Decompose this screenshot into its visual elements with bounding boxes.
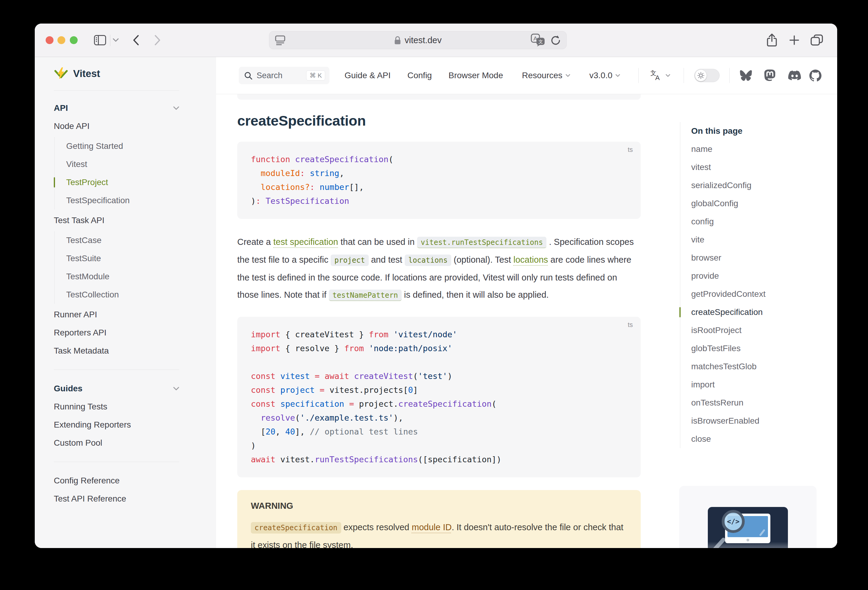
on-this-page-outline: On this page namevitestserializedConfigg… xyxy=(680,122,810,448)
sidebar-item-testproject[interactable]: TestProject xyxy=(66,173,179,191)
outline-item-globalconfig[interactable]: globalConfig xyxy=(691,194,810,213)
code-line: const project = vitest.projects[0] xyxy=(251,383,632,397)
section-label: API xyxy=(54,103,68,113)
forward-button[interactable] xyxy=(154,34,161,46)
search-button[interactable]: Search ⌘ K xyxy=(239,67,329,84)
outline-item-browser[interactable]: browser xyxy=(691,249,810,267)
sidebar: Vitest APINode APIGetting StartedVitestT… xyxy=(35,57,216,548)
sidebar-item-testcase[interactable]: TestCase xyxy=(66,231,179,249)
discord-icon[interactable] xyxy=(788,57,801,94)
share-icon[interactable] xyxy=(766,33,778,47)
inline-link[interactable]: module ID xyxy=(412,522,452,532)
back-button[interactable] xyxy=(132,34,139,46)
code-line: function createSpecification( xyxy=(251,153,632,166)
scrolled-code-block-remnant xyxy=(237,94,641,100)
nav-divider xyxy=(683,68,684,83)
inline-link[interactable]: locations xyxy=(514,255,548,265)
sidebar-item-testspecification[interactable]: TestSpecification xyxy=(66,191,179,210)
site-body: Vitest APINode APIGetting StartedVitestT… xyxy=(35,57,837,548)
outline-item-isbrowserenabled[interactable]: isBrowserEnabled xyxy=(691,412,810,430)
github-icon[interactable] xyxy=(809,57,821,94)
theme-toggle[interactable] xyxy=(694,69,720,82)
sponsor-card[interactable]: </> xyxy=(679,486,816,548)
outline-item-config[interactable]: config xyxy=(691,213,810,231)
chevron-down-icon[interactable] xyxy=(113,38,119,42)
sidebar-item-getting-started[interactable]: Getting Started xyxy=(66,137,179,155)
sidebar-item-testsuite[interactable]: TestSuite xyxy=(66,249,179,268)
sidebar-item-test-api-reference[interactable]: Test API Reference xyxy=(54,490,179,508)
outline-item-vitest[interactable]: vitest xyxy=(691,158,810,177)
sidebar-item-testmodule[interactable]: TestModule xyxy=(66,268,179,285)
sidebar-item-testcollection[interactable]: TestCollection xyxy=(66,285,179,304)
svg-text:A: A xyxy=(655,74,660,81)
translate-icon[interactable]: A文 xyxy=(531,34,545,47)
sidebar-item-test-task-api[interactable]: Test Task API xyxy=(54,211,179,230)
sidebar-item-vitest[interactable]: Vitest xyxy=(66,155,179,173)
sidebar-item-reporters-api[interactable]: Reporters API xyxy=(54,324,179,342)
outline-item-isrootproject[interactable]: isRootProject xyxy=(691,321,810,339)
minimize-window-button[interactable] xyxy=(58,36,65,44)
inline-link[interactable]: testNamePattern xyxy=(329,290,402,301)
outline-item-serializedconfig[interactable]: serializedConfig xyxy=(691,177,810,194)
outline-item-name[interactable]: name xyxy=(691,140,810,158)
address-bar[interactable]: vitest.dev A文 xyxy=(269,31,567,49)
new-tab-icon[interactable] xyxy=(788,34,800,46)
sidebar-item-runner-api[interactable]: Runner API xyxy=(54,306,179,324)
sidebar-section-guides[interactable]: Guides xyxy=(54,380,179,398)
code-glyph: </> xyxy=(727,518,740,525)
outline-title: On this page xyxy=(691,122,810,140)
sidebar-item-custom-pool[interactable]: Custom Pool xyxy=(54,434,179,452)
outline-item-matchestestglob[interactable]: matchesTestGlob xyxy=(691,358,810,376)
sidebar-toggle-icon[interactable] xyxy=(94,35,106,45)
code-line xyxy=(251,355,632,369)
chevron-down-icon xyxy=(666,74,670,77)
search-icon xyxy=(244,72,252,80)
outline-item-ontestsrerun[interactable]: onTestsRerun xyxy=(691,394,810,412)
sidebar-item-extending-reporters[interactable]: Extending Reporters xyxy=(54,416,179,434)
inline-code: createSpecification xyxy=(251,522,341,534)
site-logo[interactable]: Vitest xyxy=(54,57,179,91)
tab-overview-icon[interactable] xyxy=(810,34,824,46)
inline-code: project xyxy=(331,255,368,266)
language-switcher[interactable]: 文A xyxy=(650,57,670,94)
sun-icon xyxy=(697,72,704,79)
nav-divider xyxy=(638,68,639,83)
outline-list: namevitestserializedConfigglobalConfigco… xyxy=(691,140,810,448)
text-segment: that can be used in xyxy=(338,237,417,247)
zoom-window-button[interactable] xyxy=(70,36,78,44)
reload-icon[interactable] xyxy=(550,34,561,46)
sidebar-item-task-metadata[interactable]: Task Metadata xyxy=(54,342,179,360)
sidebar-nav: APINode APIGetting StartedVitestTestProj… xyxy=(54,91,179,508)
bluesky-icon[interactable] xyxy=(740,57,752,94)
url-display: vitest.dev xyxy=(269,31,566,49)
outline-item-vite[interactable]: vite xyxy=(691,231,810,249)
outline-item-import[interactable]: import xyxy=(691,376,810,394)
url-text: vitest.dev xyxy=(405,35,442,45)
nav-link-guide-api[interactable]: Guide & API xyxy=(344,57,391,94)
inline-link[interactable]: test specification xyxy=(273,237,338,247)
nav-link-label: Config xyxy=(407,71,432,80)
warning-text: createSpecification expects resolved mod… xyxy=(251,519,627,548)
nav-link-config[interactable]: Config xyxy=(407,57,432,94)
text-segment: expects resolved xyxy=(341,522,412,532)
outline-item-getprovidedcontext[interactable]: getProvidedContext xyxy=(691,285,810,303)
sidebar-item-node-api[interactable]: Node API xyxy=(54,117,179,135)
outline-item-createspecification[interactable]: createSpecification xyxy=(691,303,810,321)
nav-dropdown-version[interactable]: v3.0.0 xyxy=(589,57,620,94)
code-block-signature: ts function createSpecification( moduleI… xyxy=(237,141,641,219)
mastodon-icon[interactable] xyxy=(764,57,775,94)
nav-dropdown-label: v3.0.0 xyxy=(589,71,612,80)
sidebar-item-running-tests[interactable]: Running Tests xyxy=(54,398,179,416)
sidebar-sublist: Getting StartedVitestTestProjectTestSpec… xyxy=(55,137,179,210)
sidebar-item-config-reference[interactable]: Config Reference xyxy=(54,472,179,490)
nav-dropdown-resources[interactable]: Resources xyxy=(522,57,570,94)
outline-item-provide[interactable]: provide xyxy=(691,267,810,285)
sidebar-section-api[interactable]: API xyxy=(54,99,179,117)
nav-link-browser-mode[interactable]: Browser Mode xyxy=(449,57,503,94)
lock-icon xyxy=(394,35,401,45)
close-window-button[interactable] xyxy=(46,36,53,44)
page-content: createSpecification ts function createSp… xyxy=(216,94,837,548)
outline-item-globtestfiles[interactable]: globTestFiles xyxy=(691,339,810,358)
inline-link[interactable]: vitest.runTestSpecifications xyxy=(417,237,547,248)
outline-item-close[interactable]: close xyxy=(691,430,810,448)
